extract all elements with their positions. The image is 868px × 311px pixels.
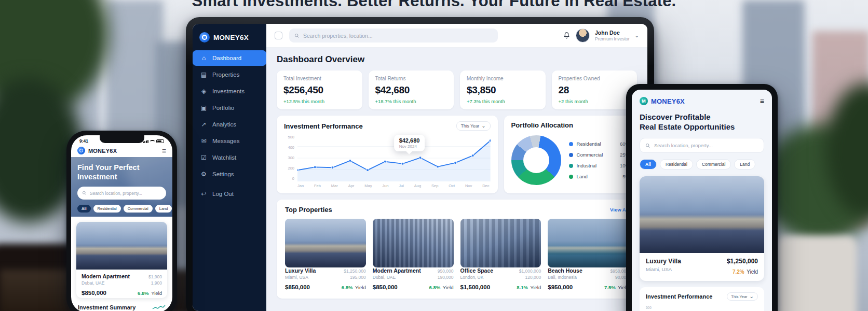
property-card[interactable]: Luxury Villa Miami, USA $1,250,000 7.2% … <box>640 176 764 281</box>
allocation-title: Portfolio Allocation <box>511 121 630 129</box>
property-location: Dubai, UAE <box>373 275 396 280</box>
stat-value: 28 <box>559 84 631 96</box>
property-location: Bali, Indonesia <box>548 275 577 280</box>
sidebar-item-label: Messages <box>212 138 239 144</box>
charts-row: Investment Performance This Year ⌄ 50040… <box>277 116 637 193</box>
search-bar[interactable]: Search properties, location... <box>289 29 498 43</box>
watchlist-icon: ☑ <box>200 154 208 161</box>
filter-chip-residential[interactable]: Residential <box>660 159 693 169</box>
money6x-logo-icon <box>199 32 210 43</box>
investment-summary-title: Investment Summary <box>78 304 135 310</box>
allocation-legend: Residential60%Commercial25%Industrial10%… <box>569 141 630 179</box>
property-card[interactable]: Luxury Villa$1,250,000Miami, USA195,000$… <box>285 219 366 291</box>
property-yield: 6.8% Yield <box>138 288 162 297</box>
filter-chip-all[interactable]: All <box>77 205 91 213</box>
x-tick-label: Mar <box>331 183 338 188</box>
chevron-down-icon[interactable]: ⌄ <box>635 33 639 38</box>
sidebar-item-dashboard[interactable]: ⌂Dashboard <box>193 50 266 66</box>
stat-delta: +2 this month <box>559 98 631 104</box>
y-axis-labels: 5004003002000 <box>284 135 294 181</box>
hamburger-menu-icon[interactable]: ≡ <box>162 147 166 154</box>
phone-notch <box>100 135 144 143</box>
x-tick-label: Jun <box>382 183 388 188</box>
range-select[interactable]: This Year ⌄ <box>456 121 491 131</box>
top-properties-panel: Top Properties View All Luxury Villa$1,2… <box>277 200 637 299</box>
sidebar-item-portfolio[interactable]: ▣Portfolio <box>193 100 266 116</box>
property-card[interactable]: Beach House$950,000Bali, Indonesia90,000… <box>548 219 629 291</box>
stats-row: Total Investment$256,450+12.5% this mont… <box>277 70 637 109</box>
x-tick-label: Oct <box>449 183 455 188</box>
property-price: $1,250,000 <box>727 258 758 265</box>
property-card[interactable]: Office Space$1,000,000London, UK120,000$… <box>460 219 541 291</box>
property-name: Modern Apartment <box>373 267 421 274</box>
laptop-device: MONEY6X ⌂Dashboard▤Properties◈Investment… <box>186 17 654 311</box>
brand-logo: MONEY6X <box>193 31 266 50</box>
logout-icon: ↩ <box>200 190 208 197</box>
property-alt-price: $1,000,000 <box>519 268 541 274</box>
notifications-bell-icon[interactable] <box>563 32 571 39</box>
property-name: Luxury Villa <box>646 258 681 265</box>
filter-chip-commercial[interactable]: Commercial <box>124 205 153 213</box>
phone-hero: Find Your Perfect Investment Search loca… <box>71 157 172 217</box>
filter-chip-land[interactable]: Land <box>734 159 755 169</box>
property-alt-note: 195,000 <box>350 275 366 280</box>
property-cards: Luxury Villa$1,250,000Miami, USA195,000$… <box>285 219 629 291</box>
stat-card: Total Investment$256,450+12.5% this mont… <box>277 70 362 109</box>
search-placeholder: Search properties, location... <box>303 33 373 39</box>
signal-icon <box>143 140 148 143</box>
property-alt-price: $1,250,000 <box>344 268 366 274</box>
performance-title: Investment Performance <box>284 122 363 130</box>
sidebar-item-watchlist[interactable]: ☑Watchlist <box>193 150 266 165</box>
filter-chip-residential[interactable]: Residential <box>93 205 121 213</box>
settings-icon: ⚙ <box>200 171 208 178</box>
phone-search-bar[interactable]: Search location, property... <box>77 187 166 200</box>
tablet-search-bar[interactable]: Search location, property... <box>640 138 764 153</box>
property-alt-note: 120,000 <box>525 275 541 280</box>
sidebar-item-label: Properties <box>212 72 239 78</box>
x-tick-label: Feb <box>314 183 321 188</box>
legend-dot <box>569 153 573 157</box>
x-tick-label: Nov <box>465 183 472 188</box>
user-block[interactable]: John Doe Premium Investor <box>595 30 630 41</box>
phone-device: 9:41 MONEY6X ≡ Find Your Perfect Investm… <box>66 131 177 311</box>
property-yield: 6.8% Yield <box>342 282 366 291</box>
stat-card: Properties Owned28+2 this month <box>552 70 638 109</box>
sidebar-item-label: Investments <box>212 88 245 94</box>
filter-chip-all[interactable]: All <box>640 159 657 169</box>
property-image <box>373 219 454 267</box>
stat-value: $42,680 <box>375 84 447 96</box>
legend-dot <box>569 164 573 168</box>
filter-chip-land[interactable]: Land <box>155 205 172 213</box>
sidebar-item-label: Settings <box>212 171 234 177</box>
sidebar-item-log-out[interactable]: ↩Log Out <box>193 186 266 202</box>
stat-delta: +12.5% this month <box>283 98 356 104</box>
messages-icon: ✉ <box>200 137 208 145</box>
filter-chip-commercial[interactable]: Commercial <box>696 159 731 169</box>
stat-value: $256,450 <box>283 84 356 96</box>
allocation-panel: Portfolio Allocation Residential60%Comme… <box>504 116 637 193</box>
property-card[interactable]: Modern Apartment950,000Dubai, UAE190,000… <box>373 219 454 291</box>
sidebar-item-messages[interactable]: ✉Messages <box>193 133 266 149</box>
x-tick-label: Dec <box>482 183 489 188</box>
brand-name: MONEY6X <box>88 148 117 154</box>
sidebar-item-analytics[interactable]: ↗Analytics <box>193 117 266 132</box>
property-card[interactable]: Modern Apartment $1,900 Dubai, UAE 1,900… <box>76 222 167 298</box>
stat-card: Monthly Income$3,850+7.3% this month <box>460 70 546 109</box>
y-axis-label: 500 <box>646 306 758 309</box>
avatar[interactable] <box>576 29 590 43</box>
collapse-icon[interactable] <box>275 32 282 39</box>
sidebar-item-settings[interactable]: ⚙Settings <box>193 166 266 182</box>
stat-label: Monthly Income <box>467 76 539 81</box>
sidebar-item-label: Log Out <box>212 191 234 197</box>
y-tick-label: 500 <box>284 135 294 139</box>
sidebar-item-properties[interactable]: ▤Properties <box>193 67 266 82</box>
stat-value: $3,850 <box>467 84 539 96</box>
x-tick-label: Apr <box>348 183 355 188</box>
phone-screen: 9:41 MONEY6X ≡ Find Your Perfect Investm… <box>71 135 172 311</box>
wifi-icon <box>150 140 155 143</box>
hamburger-menu-icon[interactable]: ≡ <box>760 97 764 105</box>
sidebar-item-label: Portfolio <box>212 105 234 111</box>
money6x-logo-icon: M <box>640 97 648 105</box>
range-select[interactable]: This Year ⌄ <box>727 292 758 301</box>
sidebar-item-investments[interactable]: ◈Investments <box>193 83 266 99</box>
